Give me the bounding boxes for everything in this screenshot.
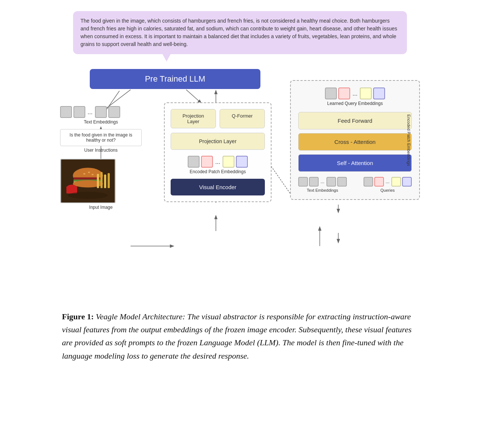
bt-box-3: [326, 177, 336, 187]
embed-box-4: [108, 106, 120, 118]
learned-query-icons: ...: [298, 88, 412, 99]
bq-box-3: [391, 177, 401, 187]
bt-dots: ...: [320, 179, 325, 185]
bq-box-4: [402, 177, 412, 187]
bt-box-2: [309, 177, 319, 187]
svg-rect-28: [108, 173, 110, 188]
user-instruction-text: Is the food given in the image is health…: [70, 132, 132, 143]
ep-dots: ...: [215, 158, 220, 166]
encoded-patch-vertical-label: Encoded Patch Embeddings: [407, 114, 411, 166]
svg-rect-30: [66, 187, 77, 194]
bq-dots: ...: [386, 179, 390, 185]
embed-box-3: [95, 106, 107, 118]
right-dashed-box: Encoded Patch Embeddings ... Learned Que…: [290, 80, 420, 200]
input-image: [60, 159, 116, 203]
lq-box-3: [360, 88, 372, 99]
lq-box-4: [373, 88, 385, 99]
user-instruction-box: Is the food given in the image is health…: [60, 129, 142, 146]
svg-rect-25: [97, 174, 99, 188]
speech-bubble: The food given in the image, which consi…: [73, 11, 407, 54]
figure-text: Veagle Model Architecture: The visual ab…: [62, 312, 412, 360]
proj-qformer-row: Projection Layer Q-Former: [171, 109, 265, 128]
lq-dots: ...: [352, 90, 358, 98]
encoded-patch-icons: ...: [171, 156, 265, 168]
learned-query-label: Learned Query Embeddings: [298, 101, 412, 106]
bottom-embeddings: ... Text Embeddings ... Queries: [298, 177, 412, 192]
ep-box-3: [223, 156, 234, 168]
architecture-diagram: Pre Trained LLM ... Text Embeddings Is t…: [45, 69, 435, 303]
embed-dots-1: ...: [88, 108, 93, 116]
bottom-text-embeddings: ... Text Embeddings: [298, 177, 347, 192]
text-embeddings-label: Text Embeddings: [60, 119, 142, 125]
projection-layer-2: Projection Layer: [171, 133, 265, 150]
svg-rect-26: [101, 172, 103, 188]
figure-label: Figure 1:: [62, 312, 94, 321]
llm-label: Pre Trained LLM: [145, 74, 206, 83]
bottom-query-icons: ...: [364, 177, 412, 187]
visual-encoder-box: Visual Encoder: [171, 179, 265, 195]
ep-box-2: [201, 156, 213, 168]
bt-box-4: [337, 177, 347, 187]
embed-box-2: [73, 106, 85, 118]
food-image-svg: [61, 159, 115, 202]
qformer-box: Q-Former: [220, 109, 265, 128]
bt-box-1: [298, 177, 308, 187]
bottom-queries-label: Queries: [380, 188, 395, 192]
text-embeddings-icons: ...: [60, 106, 142, 118]
lq-box-1: [325, 88, 337, 99]
bottom-queries: ... Queries: [364, 177, 412, 192]
bottom-text-icons: ...: [298, 177, 347, 187]
svg-point-20: [92, 174, 94, 175]
bq-box-1: [364, 177, 373, 187]
encoded-patch-label: Encoded Patch Embeddings: [171, 169, 265, 174]
svg-point-31: [68, 192, 108, 199]
llm-box: Pre Trained LLM: [90, 69, 260, 89]
input-image-label: Input Image: [60, 205, 142, 210]
user-instructions-label: User Instructions: [60, 148, 142, 153]
bottom-text-label: Text Embeddings: [307, 188, 338, 192]
left-column: ... Text Embeddings Is the food given in…: [60, 106, 142, 210]
ep-box-1: [188, 156, 200, 168]
speech-bubble-text: The food given in the image, which consi…: [80, 18, 397, 47]
svg-rect-27: [104, 175, 106, 188]
feed-forward-box: Feed Forward: [298, 112, 412, 129]
svg-point-19: [88, 172, 90, 173]
embed-box-1: [60, 106, 72, 118]
middle-dashed-box: Projection Layer Q-Former Projection Lay…: [164, 102, 272, 202]
cross-attention-box: Cross - Attention: [298, 133, 412, 151]
lq-box-2: [338, 88, 350, 99]
svg-point-18: [83, 173, 85, 175]
self-attention-box: Self - Attention: [298, 154, 412, 172]
projection-layer-1: Projection Layer: [171, 109, 216, 128]
svg-line-2: [186, 90, 201, 103]
ep-box-4: [236, 156, 248, 168]
figure-caption: Figure 1: Veagle Model Architecture: The…: [55, 310, 425, 362]
bq-box-2: [374, 177, 384, 187]
